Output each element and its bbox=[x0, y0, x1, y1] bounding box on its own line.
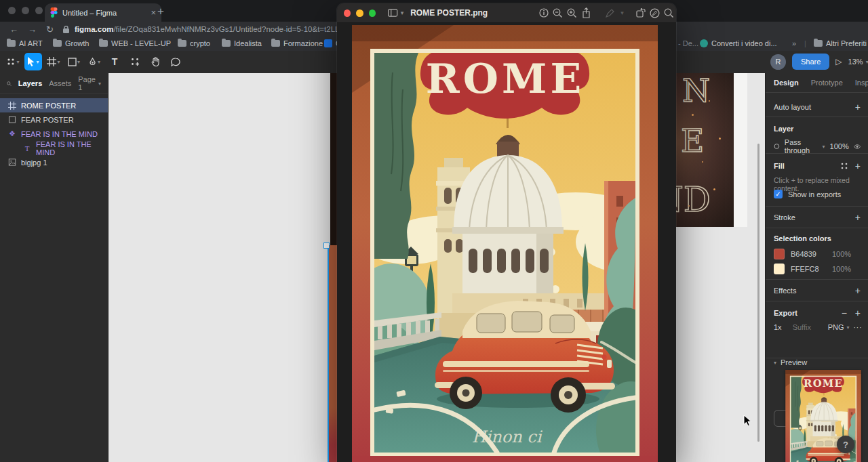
color-swatch-red[interactable] bbox=[774, 249, 785, 259]
bookmark-idealista[interactable]: Idealista bbox=[222, 39, 262, 47]
close-icon[interactable] bbox=[344, 9, 351, 17]
quicklook-titlebar[interactable]: ▾ ROME POSTER.png ▾ bbox=[337, 3, 676, 23]
minimize-icon[interactable] bbox=[356, 9, 363, 17]
search-icon[interactable] bbox=[662, 8, 676, 18]
bookmark-web-level-up[interactable]: WEB - LEVEL-UP bbox=[99, 39, 171, 47]
comment-tool[interactable] bbox=[167, 53, 184, 70]
suffix-input[interactable] bbox=[791, 322, 824, 332]
window-zoom-icon[interactable] bbox=[35, 7, 43, 14]
separator: | bbox=[804, 39, 806, 47]
markup-chevron-icon-disabled: ▾ bbox=[618, 9, 627, 16]
lock-icon bbox=[63, 26, 69, 33]
quicklook-image bbox=[352, 25, 658, 462]
frame-tool[interactable]: ▾ bbox=[45, 53, 62, 70]
annotate-icon[interactable] bbox=[648, 8, 662, 18]
folder-icon bbox=[814, 40, 823, 47]
forward-icon[interactable]: → bbox=[28, 25, 37, 34]
bookmark-ai-art[interactable]: AI ART bbox=[7, 39, 43, 47]
add-auto-layout-icon[interactable]: + bbox=[855, 102, 861, 112]
tab-design[interactable]: Design bbox=[774, 79, 799, 87]
preview-section-header[interactable]: ▾ Preview bbox=[774, 358, 861, 366]
page-selector[interactable]: Page 1▾ bbox=[78, 75, 101, 91]
fear-poster-letter: E bbox=[681, 125, 704, 156]
tab-close-icon[interactable]: × bbox=[151, 8, 156, 17]
converti-icon bbox=[700, 39, 708, 47]
resources-tool[interactable] bbox=[126, 53, 144, 70]
fear-poster-canvas[interactable]: N E ND bbox=[671, 73, 734, 227]
hand-tool[interactable] bbox=[146, 53, 164, 70]
browser-tab[interactable]: Untitled – Figma × bbox=[45, 3, 161, 22]
figma-main-menu[interactable]: ▾ bbox=[4, 53, 22, 70]
layer-opacity[interactable]: 100% bbox=[830, 142, 849, 150]
pen-tool[interactable]: ▾ bbox=[85, 53, 103, 70]
zoom-out-icon[interactable] bbox=[551, 8, 565, 18]
user-avatar[interactable]: R bbox=[770, 54, 786, 70]
layer-row-fear-component[interactable]: ❖ FEAR IS IN THE MIND bbox=[0, 127, 108, 141]
back-icon[interactable]: ← bbox=[9, 25, 18, 34]
add-fill-icon[interactable]: + bbox=[855, 161, 861, 171]
add-stroke-icon[interactable]: + bbox=[855, 212, 861, 223]
layer-row-fear-text[interactable]: T FEAR IS IN THE MIND bbox=[0, 141, 108, 155]
layer-row-bigjpg[interactable]: bigjpg 1 bbox=[0, 155, 108, 169]
bookmark-cut[interactable]: - De... bbox=[678, 39, 698, 47]
selection-color-row[interactable]: FFEFC8 100% bbox=[774, 264, 861, 274]
window-close-icon[interactable] bbox=[8, 7, 16, 14]
blend-mode-select[interactable]: Pass through bbox=[785, 138, 817, 154]
bookmark-altri-preferiti[interactable]: Altri Preferiti bbox=[814, 39, 867, 47]
quicklook-window[interactable]: ▾ ROME POSTER.png ▾ bbox=[337, 3, 676, 462]
search-icon[interactable] bbox=[7, 80, 12, 87]
bookmark-crypto[interactable]: crypto bbox=[178, 39, 210, 47]
present-icon[interactable]: ▷ bbox=[835, 57, 842, 66]
tab-inspect[interactable]: Inspect bbox=[855, 79, 868, 87]
fear-poster-left-edge[interactable] bbox=[330, 73, 337, 245]
tab-assets[interactable]: Assets bbox=[49, 79, 71, 87]
bookmark-growth[interactable]: Growth bbox=[53, 39, 89, 47]
sidebar-icon[interactable] bbox=[388, 9, 397, 17]
export-scale[interactable]: 1x bbox=[774, 323, 782, 331]
remove-export-icon[interactable]: − bbox=[842, 308, 847, 318]
text-layer-icon: T bbox=[23, 144, 31, 152]
window-minimize-icon[interactable] bbox=[22, 7, 29, 14]
layer-row-fear-poster[interactable]: FEAR POSTER bbox=[0, 112, 108, 127]
eye-icon[interactable] bbox=[854, 144, 861, 150]
blend-mode-icon[interactable] bbox=[774, 142, 780, 150]
export-format-select[interactable]: PNG▾ bbox=[828, 323, 850, 331]
zoom-icon[interactable] bbox=[369, 9, 376, 17]
tab-layers[interactable]: Layers bbox=[18, 79, 42, 87]
info-icon[interactable] bbox=[536, 8, 551, 18]
calendar-icon bbox=[324, 39, 332, 47]
text-tool[interactable]: T bbox=[106, 53, 123, 70]
zoom-menu[interactable]: 13%▾ bbox=[848, 58, 868, 66]
folder-icon bbox=[53, 40, 62, 47]
fear-poster-letters: ND bbox=[671, 183, 711, 217]
show-in-exports-checkbox[interactable]: ✓ bbox=[774, 190, 783, 198]
zoom-in-icon[interactable] bbox=[565, 8, 579, 18]
selection-color-row[interactable]: B64839 100% bbox=[774, 249, 861, 259]
new-tab-button[interactable]: + bbox=[157, 5, 164, 17]
bookmarks-overflow-icon[interactable]: » bbox=[792, 39, 796, 47]
bookmark-formazione[interactable]: Formazione bbox=[271, 39, 323, 47]
shape-tool[interactable]: ▾ bbox=[65, 53, 83, 70]
reload-icon[interactable]: ↻ bbox=[46, 25, 54, 34]
styles-icon[interactable] bbox=[840, 162, 848, 170]
chevron-down-icon[interactable]: ▾ bbox=[401, 9, 404, 16]
help-button[interactable]: ? bbox=[837, 436, 854, 453]
add-effect-icon[interactable]: + bbox=[855, 285, 861, 296]
color-swatch-cream[interactable] bbox=[774, 264, 785, 274]
canvas-scrollbar[interactable] bbox=[757, 144, 760, 442]
folder-icon bbox=[271, 40, 280, 47]
tab-prototype[interactable]: Prototype bbox=[811, 79, 843, 87]
bookmark-converti[interactable]: Converti i video di... bbox=[700, 39, 777, 47]
move-tool[interactable]: ▾ bbox=[24, 53, 42, 70]
tab-title: Untitled – Figma bbox=[62, 9, 146, 17]
rotate-icon[interactable] bbox=[633, 8, 648, 18]
layer-row-rome-poster[interactable]: ROME POSTER bbox=[0, 98, 108, 112]
folder-icon bbox=[99, 40, 108, 47]
add-export-icon[interactable]: + bbox=[855, 308, 861, 318]
share-icon[interactable] bbox=[579, 7, 593, 18]
export-options-icon[interactable]: ··· bbox=[853, 324, 862, 331]
share-button[interactable]: Share bbox=[792, 54, 829, 70]
canvas-frame-edge[interactable] bbox=[734, 73, 747, 227]
quicklook-title: ROME POSTER.png bbox=[410, 8, 488, 18]
selection-handle[interactable] bbox=[323, 243, 330, 249]
